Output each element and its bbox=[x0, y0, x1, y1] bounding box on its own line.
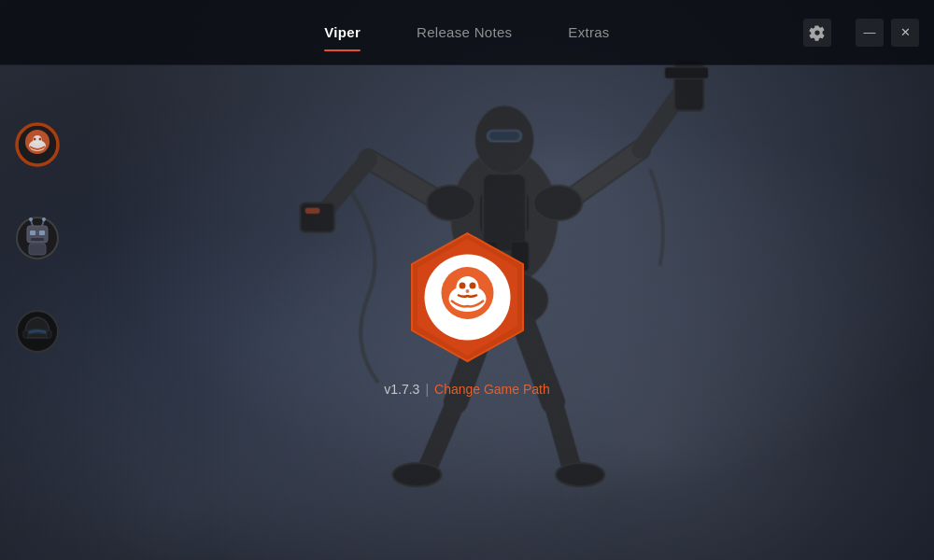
svg-point-55 bbox=[465, 289, 469, 293]
version-line: v1.7.3 | Change Game Path bbox=[384, 382, 550, 397]
settings-button[interactable] bbox=[803, 19, 831, 47]
minimize-button[interactable]: — bbox=[856, 19, 884, 47]
window-controls: — ✕ bbox=[856, 19, 919, 47]
close-icon: ✕ bbox=[900, 25, 911, 39]
separator: | bbox=[425, 382, 429, 397]
svg-point-53 bbox=[459, 282, 465, 288]
titlebar: Viper Release Notes Extras — ✕ bbox=[0, 0, 934, 65]
tab-release-notes[interactable]: Release Notes bbox=[417, 17, 512, 48]
minimize-icon: — bbox=[864, 25, 876, 39]
tab-viper[interactable]: Viper bbox=[324, 17, 361, 48]
tab-extras[interactable]: Extras bbox=[568, 17, 609, 48]
gear-icon bbox=[809, 24, 826, 41]
svg-point-54 bbox=[469, 282, 475, 288]
app-logo bbox=[400, 230, 535, 365]
center-content: v1.7.3 | Change Game Path bbox=[0, 65, 934, 560]
nav-tabs: Viper Release Notes Extras bbox=[324, 17, 609, 48]
change-game-path-link[interactable]: Change Game Path bbox=[434, 382, 550, 397]
close-button[interactable]: ✕ bbox=[891, 19, 919, 47]
version-number: v1.7.3 bbox=[384, 382, 419, 397]
